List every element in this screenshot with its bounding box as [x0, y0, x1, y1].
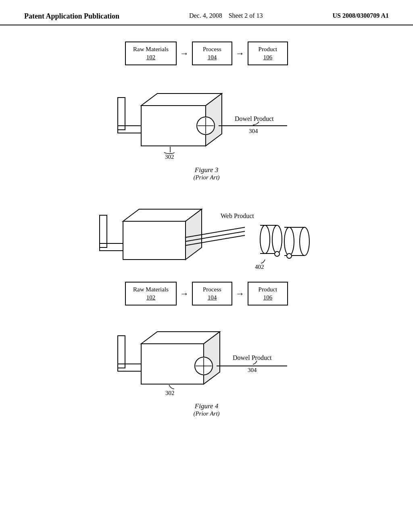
figure3-svg: Dowel Product 304 302 [86, 73, 327, 162]
process-box-2: Process 104 [192, 282, 232, 305]
raw-materials-box-2: Raw Materials 102 [125, 282, 177, 305]
figure3-ref304: 304 [249, 128, 258, 134]
figure4-label: Figure 4 [24, 402, 389, 410]
product-box-1: Product 106 [248, 42, 288, 65]
arrow3: → [180, 289, 189, 298]
patent-number: US 2008/0300709 A1 [332, 12, 389, 19]
figure4-ref302: 302 [165, 390, 175, 396]
svg-rect-0 [118, 98, 125, 130]
page-header: Patent Application Publication Dec. 4, 2… [0, 0, 413, 25]
raw-materials-label-2: Raw Materials [133, 286, 169, 293]
figure4-flow-diagram: Raw Materials 102 → Process 104 → Produc… [24, 282, 389, 305]
figure3-label: Figure 3 [24, 166, 389, 174]
svg-point-18 [260, 225, 270, 254]
figure3-section: Raw Materials 102 → Process 104 → Produc… [24, 42, 389, 181]
process-box-1: Process 104 [192, 42, 232, 65]
figure3-illustration: Dowel Product 304 302 [24, 73, 389, 162]
figure3-sublabel: (Prior Art) [24, 174, 389, 181]
arrow4: → [236, 289, 244, 298]
figure3-ref302: 302 [165, 154, 174, 160]
svg-point-25 [300, 227, 309, 256]
svg-point-21 [272, 225, 282, 254]
product-label-1: Product [259, 46, 277, 52]
process-label-1: Process [203, 46, 221, 52]
figure4-dowel-label: Dowel Product [233, 354, 272, 361]
figure4-section: Web Product 402 Raw Materials 102 → Proc… [24, 193, 389, 417]
svg-rect-10 [100, 215, 107, 247]
svg-rect-12 [123, 221, 186, 260]
figure4-dowel-svg: Dowel Product 304 302 [90, 314, 323, 398]
svg-point-26 [287, 254, 292, 258]
figure3-flow-diagram: Raw Materials 102 → Process 104 → Produc… [24, 42, 389, 65]
raw-materials-ref-2: 102 [133, 294, 169, 302]
svg-rect-28 [118, 336, 125, 368]
figure4-dowel-illustration: Dowel Product 304 302 [24, 314, 389, 398]
sheet: Sheet 2 of 13 [229, 12, 263, 19]
figure4-ref402: 402 [255, 264, 264, 270]
product-box-2: Product 106 [248, 282, 288, 305]
svg-point-27 [275, 251, 280, 256]
product-ref-2: 106 [256, 294, 280, 302]
svg-rect-2 [141, 106, 206, 146]
arrow2: → [236, 49, 244, 58]
figure4-sublabel: (Prior Art) [24, 410, 389, 417]
figure4-web-svg: Web Product 402 [75, 193, 338, 274]
raw-materials-ref-1: 102 [133, 54, 169, 62]
publication-label: Patent Application Publication [24, 12, 119, 21]
date: Dec. 4, 2008 [189, 12, 222, 19]
figure4-web-illustration: Web Product 402 [24, 193, 389, 274]
product-label-2: Product [259, 286, 277, 293]
process-label-2: Process [203, 286, 221, 293]
date-sheet: Dec. 4, 2008 Sheet 2 of 13 [189, 12, 263, 19]
figure3-dowel-label: Dowel Product [235, 115, 274, 122]
process-ref-1: 104 [200, 54, 224, 62]
arrow1: → [180, 49, 189, 58]
product-ref-1: 106 [256, 54, 280, 62]
figure4-web-label: Web Product [221, 212, 254, 219]
svg-point-22 [284, 227, 294, 256]
svg-rect-30 [141, 344, 204, 384]
raw-materials-label-1: Raw Materials [133, 46, 169, 52]
raw-materials-box-1: Raw Materials 102 [125, 42, 177, 65]
figure4-ref304: 304 [248, 367, 257, 373]
process-ref-2: 104 [200, 294, 224, 302]
main-content: Raw Materials 102 → Process 104 → Produc… [0, 25, 413, 433]
